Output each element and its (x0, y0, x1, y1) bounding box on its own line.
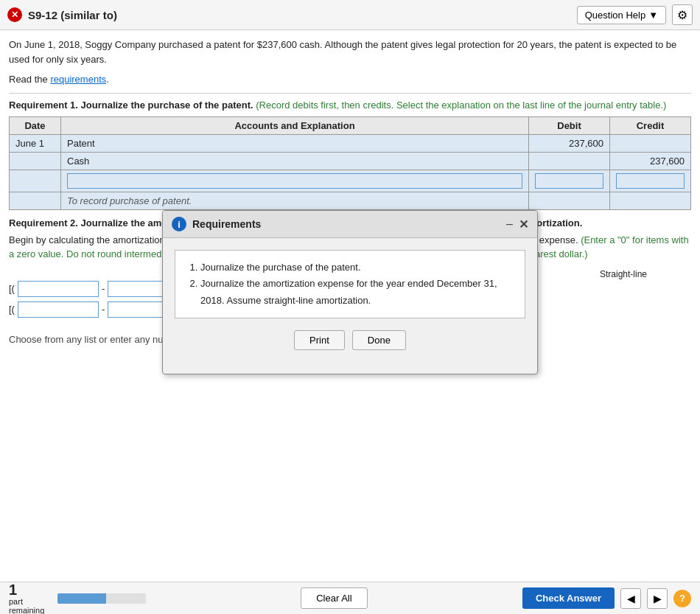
read-text: Read the (9, 74, 50, 85)
row1-account: Patent (61, 134, 529, 152)
formula-input-1a[interactable] (18, 281, 99, 297)
gear-icon: ⚙ (677, 8, 687, 22)
row3-account[interactable] (61, 170, 529, 192)
close-icon[interactable]: ✕ (7, 7, 22, 22)
table-row: June 1 Patent 237,600 (10, 134, 691, 152)
modal-body: Journalize the purchase of the patent. J… (163, 238, 537, 360)
row1-credit (610, 134, 691, 152)
formula-input-2a[interactable] (18, 301, 99, 318)
gear-button[interactable]: ⚙ (672, 4, 693, 25)
modal-content-box: Journalize the purchase of the patent. J… (175, 250, 525, 318)
col-debit: Debit (529, 116, 610, 134)
row1-debit: 237,600 (529, 134, 610, 152)
question-help-label: Question Help (585, 10, 645, 21)
col-credit: Credit (610, 116, 691, 134)
modal-header: i Requirements – ✕ (163, 211, 537, 238)
row2-credit: 237,600 (610, 152, 691, 170)
row1-date: June 1 (10, 134, 61, 152)
modal-title: Requirements (192, 218, 261, 230)
print-button[interactable]: Print (294, 330, 345, 350)
modal-footer: Print Done (175, 330, 525, 360)
row2-minus: - (102, 304, 105, 315)
row4-credit (610, 192, 691, 209)
row3-credit[interactable] (610, 170, 691, 192)
dropdown-icon: ▼ (648, 10, 658, 21)
problem-text: On June 1, 2018, Soggy Company purchased… (9, 38, 691, 66)
list-item: Journalize the purchase of the patent. (200, 259, 513, 276)
req1-main: Journalize the purchase of the patent. (78, 100, 253, 111)
requirements-link[interactable]: requirements (50, 74, 106, 85)
col-accounts: Accounts and Explanation (61, 116, 529, 134)
row2-debit (529, 152, 610, 170)
info-icon: i (172, 217, 186, 231)
row2-date (10, 152, 61, 170)
row1-open: [( (9, 283, 15, 294)
req1-bold: Requirement 1. (9, 100, 78, 111)
table-row: To record purchase of patent. (10, 192, 691, 209)
requirements-modal: i Requirements – ✕ Journalize the purcha… (162, 210, 538, 360)
row2-open: [( (9, 304, 15, 315)
row4-debit (529, 192, 610, 209)
row3-debit[interactable] (529, 170, 610, 192)
read-requirements: Read the requirements. (9, 72, 691, 87)
problem-title: S9-12 (similar to) (28, 9, 117, 21)
modal-minimize-button[interactable]: – (506, 217, 513, 231)
modal-close-button[interactable]: ✕ (519, 217, 528, 231)
row3-date (10, 170, 61, 192)
table-row (10, 170, 691, 192)
modal-header-left: i Requirements (172, 217, 261, 231)
req1-label: Requirement 1. Journalize the purchase o… (9, 100, 691, 111)
problem-text-content: On June 1, 2018, Soggy Company purchased… (9, 39, 676, 65)
table-row: Cash 237,600 (10, 152, 691, 170)
journal-table: Date Accounts and Explanation Debit Cred… (9, 116, 691, 210)
period: . (106, 74, 109, 85)
question-help-button[interactable]: Question Help ▼ (577, 6, 666, 24)
list-item: Journalize the amortization expense for … (200, 276, 513, 308)
row4-date (10, 192, 61, 209)
row1-minus: - (102, 283, 105, 294)
col-date: Date (10, 116, 61, 134)
done-button[interactable]: Done (352, 330, 406, 350)
requirements-list: Journalize the purchase of the patent. J… (187, 259, 513, 308)
app-header: ✕ S9-12 (similar to) Question Help ▼ ⚙ (0, 0, 700, 30)
row4-account: To record purchase of patent. (61, 192, 529, 209)
header-left: ✕ S9-12 (similar to) (7, 7, 117, 22)
header-right: Question Help ▼ ⚙ (577, 4, 693, 25)
req2-bold: Requirement 2. (9, 217, 78, 228)
row2-account: Cash (61, 152, 529, 170)
modal-controls: – ✕ (506, 217, 528, 231)
divider (9, 93, 691, 94)
req1-instruction: (Record debits first, then credits. Sele… (256, 100, 666, 111)
